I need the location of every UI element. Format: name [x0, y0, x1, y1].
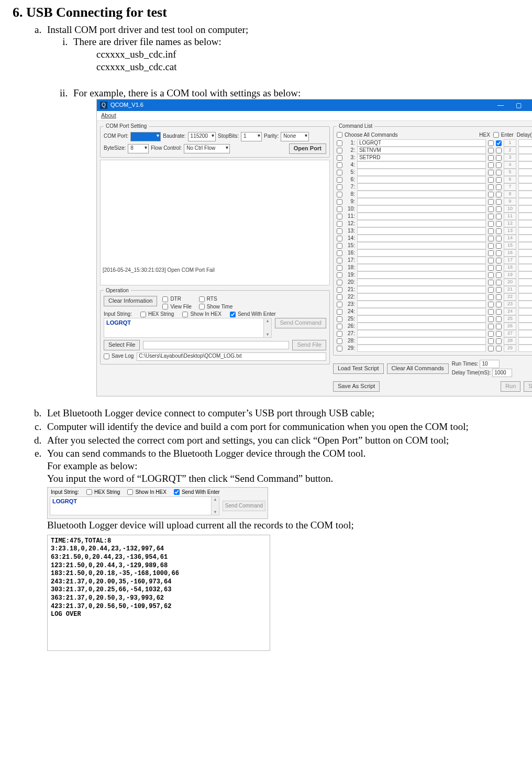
hex-checkbox[interactable] [488, 140, 494, 146]
row-index-button[interactable]: 24 [504, 308, 516, 315]
hex-checkbox[interactable] [488, 236, 494, 241]
file-path-field[interactable] [143, 341, 289, 349]
enter-checkbox[interactable] [496, 221, 502, 227]
hex-checkbox[interactable] [488, 243, 494, 249]
row-index-button[interactable]: 20 [504, 279, 516, 286]
row-index-button[interactable]: 19 [504, 271, 516, 279]
hex-checkbox[interactable] [488, 148, 494, 153]
enter-checkbox[interactable] [496, 170, 502, 175]
command-field[interactable] [357, 279, 486, 286]
scrollbar[interactable]: ▴▾ [211, 497, 219, 515]
command-field[interactable] [357, 220, 486, 227]
clear-all-commands-button[interactable]: Clear All Commands [387, 363, 449, 374]
showhex-checkbox[interactable]: Show In HEX [127, 489, 166, 496]
hex-checkbox[interactable] [488, 346, 494, 351]
showtime-checkbox[interactable]: Show Time [199, 304, 232, 311]
row-select-checkbox[interactable] [337, 236, 342, 241]
dtr-checkbox[interactable]: DTR [162, 296, 191, 303]
send-command-button[interactable]: Send Command [223, 501, 265, 511]
enter-checkbox[interactable] [496, 155, 502, 161]
row-select-checkbox[interactable] [337, 280, 342, 285]
command-field[interactable] [357, 235, 486, 242]
delay-field[interactable] [518, 191, 532, 198]
choose-all-checkbox[interactable]: Choose All Commands [337, 132, 398, 139]
row-select-checkbox[interactable] [337, 214, 342, 219]
command-field[interactable] [357, 293, 486, 301]
enter-checkbox[interactable] [496, 148, 502, 153]
delay-field[interactable] [518, 301, 532, 308]
row-select-checkbox[interactable] [337, 177, 342, 183]
row-index-button[interactable]: 3 [504, 154, 516, 161]
hex-checkbox[interactable] [488, 250, 494, 256]
delay-field[interactable] [518, 345, 532, 352]
row-index-button[interactable]: 2 [504, 147, 516, 154]
row-select-checkbox[interactable] [337, 184, 342, 190]
row-index-button[interactable]: 9 [504, 198, 516, 205]
log-path-field[interactable]: C:\Users\Layabout\Desktop\QCOM_LOG.txt [137, 352, 326, 361]
row-index-button[interactable]: 6 [504, 176, 516, 183]
command-field[interactable] [357, 257, 486, 264]
command-field[interactable] [357, 242, 486, 249]
enter-checkbox[interactable] [496, 258, 502, 263]
run-button[interactable]: Run [501, 381, 520, 392]
hex-checkbox[interactable] [488, 177, 494, 183]
delay-field[interactable] [518, 286, 532, 293]
command-field[interactable] [357, 286, 486, 293]
delay-field[interactable] [518, 161, 532, 169]
row-select-checkbox[interactable] [337, 316, 342, 322]
hex-checkbox[interactable] [488, 280, 494, 285]
bytesize-select[interactable]: 8 [128, 144, 149, 153]
command-field[interactable] [357, 301, 486, 308]
hex-checkbox[interactable] [488, 192, 494, 197]
row-index-button[interactable]: 17 [504, 257, 516, 264]
baudrate-select[interactable]: 115200 [188, 132, 216, 141]
enter-checkbox[interactable] [496, 316, 502, 322]
row-index-button[interactable]: 21 [504, 286, 516, 293]
enter-checkbox[interactable] [496, 265, 502, 271]
viewfile-checkbox[interactable]: View File [162, 304, 191, 311]
row-select-checkbox[interactable] [337, 265, 342, 271]
stop-button[interactable]: Stop [524, 381, 532, 392]
hex-checkbox[interactable] [488, 228, 494, 234]
row-select-checkbox[interactable] [337, 287, 342, 293]
enter-checkbox[interactable] [496, 214, 502, 219]
row-index-button[interactable]: 25 [504, 315, 516, 323]
row-select-checkbox[interactable] [337, 170, 342, 175]
enter-checkbox[interactable] [496, 302, 502, 307]
command-field[interactable] [357, 161, 486, 169]
delay-field[interactable] [518, 169, 532, 176]
save-as-script-button[interactable]: Save As Script [333, 381, 380, 392]
hex-checkbox[interactable] [488, 258, 494, 263]
enter-checkbox[interactable] [496, 192, 502, 197]
enter-checkbox[interactable] [496, 243, 502, 249]
enter-checkbox[interactable] [496, 177, 502, 183]
row-index-button[interactable]: 26 [504, 323, 516, 330]
enter-checkbox[interactable] [496, 346, 502, 351]
hex-checkbox[interactable] [488, 265, 494, 271]
command-field[interactable] [357, 337, 486, 345]
delay-field[interactable] [518, 271, 532, 279]
scrollbar[interactable]: ▴▾ [263, 318, 271, 337]
row-select-checkbox[interactable] [337, 228, 342, 234]
command-field[interactable]: SETPRD [357, 154, 486, 161]
enter-checkbox[interactable] [496, 294, 502, 300]
row-select-checkbox[interactable] [337, 250, 342, 256]
minimize-button[interactable]: — [492, 100, 509, 111]
row-index-button[interactable]: 27 [504, 330, 516, 337]
row-index-button[interactable]: 23 [504, 301, 516, 308]
command-field[interactable] [357, 198, 486, 205]
input-string-field[interactable]: LOGRQT ▴▾ [104, 318, 272, 338]
row-select-checkbox[interactable] [337, 331, 342, 337]
delay-field[interactable] [518, 147, 532, 154]
row-select-checkbox[interactable] [337, 221, 342, 227]
enter-checkbox[interactable] [496, 140, 502, 146]
enter-checkbox[interactable] [496, 236, 502, 241]
maximize-button[interactable]: ▢ [509, 100, 527, 111]
command-field[interactable] [357, 330, 486, 337]
run-times-field[interactable]: 10 [480, 360, 500, 368]
row-index-button[interactable]: 14 [504, 235, 516, 242]
row-select-checkbox[interactable] [337, 140, 342, 146]
row-index-button[interactable]: 4 [504, 161, 516, 169]
enter-checkbox[interactable] [496, 309, 502, 315]
row-select-checkbox[interactable] [337, 162, 342, 168]
